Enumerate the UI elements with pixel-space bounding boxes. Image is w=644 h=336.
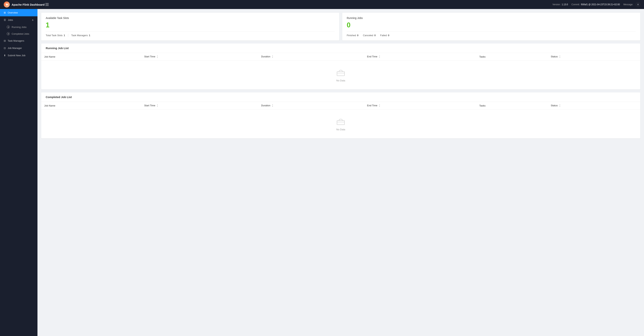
col-start-time-completed[interactable]: Start Time ▲▼ — [141, 102, 258, 110]
available-task-slots-title: Available Task Slots — [46, 17, 335, 20]
total-task-slots-value: 1 — [64, 34, 65, 37]
stats-cards: Available Task Slots 1 Total Task Slots … — [41, 13, 640, 41]
running-jobs-value: 0 — [347, 22, 636, 29]
canceled-value: 0 — [374, 34, 376, 37]
task-slots-meta: Total Task Slots 1 Task Managers 1 — [46, 32, 335, 37]
col-duration-running[interactable]: Duration ▲▼ — [258, 53, 364, 61]
sidebar-jobs-section[interactable]: ☰ Jobs ∧ — [0, 16, 38, 24]
finished-stat: Finished 0 — [347, 34, 358, 37]
main-content: Available Task Slots 1 Total Task Slots … — [38, 9, 644, 336]
sort-status-running: ▲▼ — [559, 55, 561, 58]
running-jobs-icon — [7, 26, 10, 29]
app-header: 🐿 Apache Flink Dashboard Version: 1.13.0… — [0, 0, 644, 9]
message-label: Message: — [624, 3, 633, 6]
version-value: 1.13.0 — [562, 3, 568, 6]
col-job-name-completed[interactable]: Job Name — [41, 102, 141, 110]
completed-job-list-title: Completed Job List — [41, 92, 640, 102]
total-task-slots: Total Task Slots 1 — [46, 34, 68, 37]
running-job-list-section: Running Job List Job Name Start Time ▲▼ — [41, 44, 640, 89]
sidebar: ⊞ Overview ☰ Jobs ∧ Running Jobs Complet… — [0, 9, 38, 336]
completed-jobs-icon — [7, 32, 10, 35]
completed-job-table: Job Name Start Time ▲▼ Duration ▲▼ — [41, 102, 640, 138]
running-job-table-wrapper: Job Name Start Time ▲▼ Duration ▲▼ — [41, 53, 640, 89]
running-job-table-header: Job Name Start Time ▲▼ Duration ▲▼ — [41, 53, 640, 61]
failed-stat: Failed 0 — [380, 34, 390, 37]
failed-label: Failed — [380, 34, 387, 37]
completed-job-list-section: Completed Job List Job Name Start Time ▲… — [41, 92, 640, 138]
sidebar-item-task-managers[interactable]: ⊟ Task Managers — [0, 37, 38, 45]
completed-no-data-cell: No Data — [41, 110, 640, 139]
running-no-data-row: No Data — [41, 61, 640, 90]
sidebar-jobs-label: Jobs — [8, 19, 13, 21]
sidebar-overview-label: Overview — [8, 11, 18, 14]
sidebar-item-completed-jobs[interactable]: Completed Jobs — [0, 30, 38, 37]
task-managers-meta-label: Task Managers — [71, 34, 88, 37]
running-no-data-icon — [336, 68, 345, 77]
sort-start-time-running: ▲▼ — [157, 55, 158, 58]
finished-value: 0 — [357, 34, 358, 37]
canceled-stat: Canceled 0 — [363, 34, 376, 37]
col-status-completed[interactable]: Status ▲▼ — [548, 102, 640, 110]
running-no-data-text: No Data — [41, 79, 640, 82]
sidebar-job-manager-label: Job Manager — [8, 47, 22, 50]
col-end-time-completed[interactable]: End Time ▲▼ — [364, 102, 476, 110]
running-no-data-cell: No Data — [41, 61, 640, 90]
commit-value: f06faf1 @ 2021-04-23T15:39:21+02:00 — [581, 3, 620, 6]
chevron-up-icon: ∧ — [32, 19, 34, 21]
logo-icon: 🐿 — [4, 2, 10, 8]
message-badge[interactable]: 0 — [636, 2, 640, 7]
sidebar-submit-new-job-label: Submit New Job — [8, 54, 26, 57]
sort-end-time-running: ▲▼ — [379, 55, 380, 58]
app-title: Apache Flink Dashboard — [12, 3, 44, 6]
canceled-label: Canceled — [363, 34, 373, 37]
running-job-table: Job Name Start Time ▲▼ Duration ▲▼ — [41, 53, 640, 89]
running-jobs-title: Running Jobs — [347, 17, 636, 20]
sort-duration-running: ▲▼ — [272, 55, 273, 58]
sort-end-time-completed: ▲▼ — [379, 104, 380, 107]
job-manager-icon: ⊡ — [4, 47, 6, 50]
available-task-slots-value: 1 — [46, 22, 335, 29]
sort-duration-completed: ▲▼ — [272, 104, 273, 107]
completed-job-table-wrapper: Job Name Start Time ▲▼ Duration ▲▼ — [41, 102, 640, 138]
completed-no-data-text: No Data — [41, 128, 640, 131]
col-status-running[interactable]: Status ▲▼ — [548, 53, 640, 61]
running-jobs-card: Running Jobs 0 Finished 0 Canceled 0 Fai… — [342, 13, 640, 41]
task-managers-meta-value: 1 — [89, 34, 90, 37]
completed-no-data-icon — [336, 117, 345, 126]
sidebar-running-jobs-label: Running Jobs — [12, 26, 26, 29]
version-label: Version: — [552, 3, 560, 6]
submit-job-icon: ⬇ — [4, 54, 6, 57]
task-managers-icon: ⊟ — [4, 39, 6, 42]
task-managers-stat: Task Managers 1 — [68, 34, 93, 37]
sidebar-item-overview[interactable]: ⊞ Overview — [0, 9, 38, 16]
sidebar-completed-jobs-label: Completed Jobs — [12, 33, 29, 35]
svg-rect-0 — [337, 72, 344, 76]
sidebar-task-managers-label: Task Managers — [8, 39, 24, 42]
col-start-time-running[interactable]: Start Time ▲▼ — [141, 53, 258, 61]
hamburger-button[interactable] — [44, 3, 50, 7]
col-duration-completed[interactable]: Duration ▲▼ — [258, 102, 364, 110]
sort-status-completed: ▲▼ — [559, 104, 561, 107]
completed-no-data-row: No Data — [41, 110, 640, 139]
sidebar-item-running-jobs[interactable]: Running Jobs — [0, 24, 38, 30]
sort-start-time-completed: ▲▼ — [157, 104, 158, 107]
col-end-time-running[interactable]: End Time ▲▼ — [364, 53, 476, 61]
col-tasks-completed[interactable]: Tasks — [476, 102, 548, 110]
jobs-icon: ☰ — [4, 19, 6, 21]
header-meta: Version: 1.13.0 Commit: f06faf1 @ 2021-0… — [552, 2, 640, 7]
col-job-name-running[interactable]: Job Name — [41, 53, 141, 61]
svg-rect-2 — [337, 121, 344, 125]
sidebar-item-submit-new-job[interactable]: ⬇ Submit New Job — [0, 52, 38, 59]
commit-label: Commit: — [572, 3, 580, 6]
running-job-list-title: Running Job List — [41, 44, 640, 53]
completed-job-table-header: Job Name Start Time ▲▼ Duration ▲▼ — [41, 102, 640, 110]
running-jobs-stats: Finished 0 Canceled 0 Failed 0 — [347, 32, 636, 37]
available-task-slots-card: Available Task Slots 1 Total Task Slots … — [41, 13, 339, 41]
total-task-slots-label: Total Task Slots — [46, 34, 62, 37]
col-tasks-running[interactable]: Tasks — [476, 53, 548, 61]
sidebar-item-job-manager[interactable]: ⊡ Job Manager — [0, 45, 38, 52]
app-logo: 🐿 Apache Flink Dashboard — [4, 2, 44, 8]
overview-icon: ⊞ — [4, 11, 6, 14]
failed-value: 0 — [388, 34, 389, 37]
finished-label: Finished — [347, 34, 356, 37]
